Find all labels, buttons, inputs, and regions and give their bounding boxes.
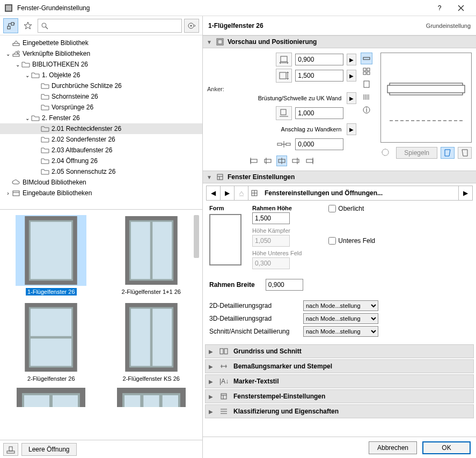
reveal-link-button[interactable]: ▶ — [347, 123, 356, 135]
view-section-button[interactable] — [361, 91, 372, 103]
tab-expand-button[interactable]: ▶ — [458, 186, 472, 200]
object-name: 1-Flügelfenster 26 — [208, 22, 426, 29]
tree-item[interactable]: 2.02 Sonderfenster 26 — [0, 134, 202, 145]
section-window-settings[interactable]: ▼ Fenster Einstellungen — [203, 171, 476, 183]
svg-rect-63 — [363, 57, 370, 60]
anchor-opt-4[interactable] — [290, 156, 301, 166]
tree-item[interactable]: Vorsprünge 26 — [0, 102, 202, 113]
view-plan-button[interactable] — [361, 53, 372, 64]
help-button[interactable]: ? — [429, 0, 450, 16]
collapsed-section[interactable]: ▶Grundriss und Schnitt — [205, 344, 474, 358]
thumbnail-item[interactable]: 2-Flügelfenster 26 — [5, 302, 97, 382]
tree-item[interactable]: ›Eingebaute Bibliotheken — [0, 188, 202, 198]
settings-gear-button[interactable] — [184, 19, 199, 33]
tree-item[interactable]: ⌄2. Fenster 26 — [0, 113, 202, 123]
tree-item[interactable]: 2.01 Rechteckfenster 26 — [0, 123, 202, 134]
thumbnail-item[interactable] — [106, 389, 197, 406]
reveal-side-2[interactable] — [458, 147, 472, 159]
cancel-button[interactable]: Abbrechen — [369, 441, 417, 454]
height-link-button[interactable]: ▶ — [347, 70, 356, 82]
oberlicht-checkbox[interactable] — [328, 205, 336, 212]
detail-3d-select[interactable]: nach Mode...stellung — [303, 313, 378, 324]
tree-item[interactable]: ⌄BIBLIOTHEKEN 26 — [0, 59, 202, 70]
tree-item[interactable]: Durchbrüche Schlitze 26 — [0, 80, 202, 91]
thumbnail-item[interactable]: 1-Flügelfenster 26 — [5, 215, 97, 296]
search-icon — [38, 22, 51, 29]
svg-rect-11 — [13, 54, 19, 56]
view-info-button[interactable]: i — [361, 104, 372, 116]
sill-input[interactable] — [295, 107, 343, 119]
lower-field-input — [252, 257, 290, 269]
height-input[interactable] — [295, 70, 343, 82]
close-button[interactable] — [450, 0, 472, 16]
svg-rect-39 — [7, 451, 14, 453]
detail-section-select[interactable]: nach Mode...stellung — [303, 326, 378, 337]
width-link-button[interactable]: ▶ — [347, 54, 356, 65]
svg-rect-33 — [53, 395, 78, 407]
tree-item[interactable]: 2.05 Sonnenschutz 26 — [0, 166, 202, 177]
svg-rect-85 — [220, 349, 223, 354]
svg-rect-65 — [367, 68, 370, 71]
frame-height-input[interactable] — [252, 212, 290, 224]
collapsed-section[interactable]: ▶Bemaßungsmarker und Stempel — [205, 359, 474, 373]
svg-rect-1 — [6, 5, 11, 11]
tab-prev-button[interactable]: ◀ — [207, 186, 221, 200]
svg-rect-91 — [221, 394, 226, 399]
svg-rect-67 — [367, 72, 370, 75]
tab-page-icon — [248, 186, 260, 200]
tree-item[interactable]: 2.04 Öffnung 26 — [0, 156, 202, 166]
tab-label[interactable]: Fenstereinstellungen und Öffnungen... — [260, 186, 458, 200]
settings-kind: Grundeinstellung — [426, 23, 471, 29]
window-title: Fenster-Grundeinstellung — [17, 4, 429, 12]
tree-item[interactable]: ⌄1. Objekte 26 — [0, 70, 202, 80]
svg-rect-68 — [364, 81, 369, 87]
collapsed-section[interactable]: ▶Fensterstempel-Einstellungen — [205, 389, 474, 403]
svg-text:i: i — [366, 106, 368, 114]
reveal-side-1[interactable] — [441, 147, 455, 159]
width-input[interactable] — [295, 54, 343, 65]
detail-2d-select[interactable]: nach Mode...stellung — [303, 300, 378, 311]
flip-icon[interactable] — [378, 147, 393, 159]
reveal-input[interactable] — [295, 138, 343, 150]
tab-next-button[interactable]: ▶ — [221, 186, 235, 200]
collapsed-section[interactable]: ▶Klassifizierung und Eigenschaften — [205, 404, 474, 418]
tree-item[interactable]: Schornsteine 26 — [0, 91, 202, 102]
svg-rect-38 — [162, 395, 178, 407]
svg-rect-47 — [281, 109, 286, 115]
search-input[interactable] — [51, 19, 181, 32]
thumbnail-item[interactable]: 2-Flügelfenster 1+1 26 — [106, 215, 197, 296]
ok-button[interactable]: OK — [422, 441, 471, 454]
section-preview-positioning[interactable]: ▼ Vorschau und Positionierung — [203, 35, 476, 48]
library-tree[interactable]: Eingebettete Bibliothek⌄Verknüpfte Bibli… — [0, 35, 202, 210]
unteres-feld-checkbox[interactable] — [328, 237, 336, 245]
svg-rect-61 — [306, 159, 313, 162]
detail-section-label: Schnitt/Ansicht Detaillierung — [209, 328, 298, 335]
svg-rect-66 — [363, 72, 366, 75]
thumb-scrollbar[interactable] — [194, 215, 199, 258]
svg-rect-76 — [387, 85, 465, 93]
svg-rect-29 — [152, 309, 172, 366]
empty-opening-icon-button[interactable] — [3, 443, 18, 456]
view-3d-button[interactable] — [361, 65, 372, 77]
collapsed-section[interactable]: ▶|A↓Marker-Textstil — [205, 374, 474, 388]
anchor-opt-3[interactable] — [276, 156, 287, 166]
empty-opening-button[interactable]: Leere Öffnung — [21, 443, 77, 456]
tree-item[interactable]: Eingebettete Bibliothek — [0, 38, 202, 48]
sill-link-button[interactable]: ▶ — [347, 92, 356, 104]
library-view-button[interactable] — [3, 18, 18, 33]
mirror-button[interactable]: Spiegeln — [396, 147, 437, 159]
frame-width-input[interactable] — [266, 279, 303, 291]
tree-item[interactable]: 2.03 Altbaufenster 26 — [0, 145, 202, 156]
thumbnail-pane[interactable]: 1-Flügelfenster 262-Flügelfenster 1+1 26… — [0, 210, 202, 440]
thumbnail-item[interactable]: 2-Flügelfenster KS 26 — [106, 302, 197, 382]
svg-rect-86 — [224, 349, 228, 354]
view-elevation-button[interactable] — [361, 78, 372, 90]
anchor-opt-5[interactable] — [304, 156, 315, 166]
thumbnail-item[interactable] — [5, 389, 97, 406]
anchor-opt-2[interactable] — [262, 156, 273, 166]
tree-item[interactable]: ⌄Verknüpfte Bibliotheken — [0, 48, 202, 59]
anchor-opt-1[interactable] — [248, 156, 259, 166]
favorites-button[interactable] — [20, 18, 35, 33]
tree-item[interactable]: BIMcloud Bibliotheken — [0, 177, 202, 188]
svg-rect-45 — [280, 72, 286, 79]
